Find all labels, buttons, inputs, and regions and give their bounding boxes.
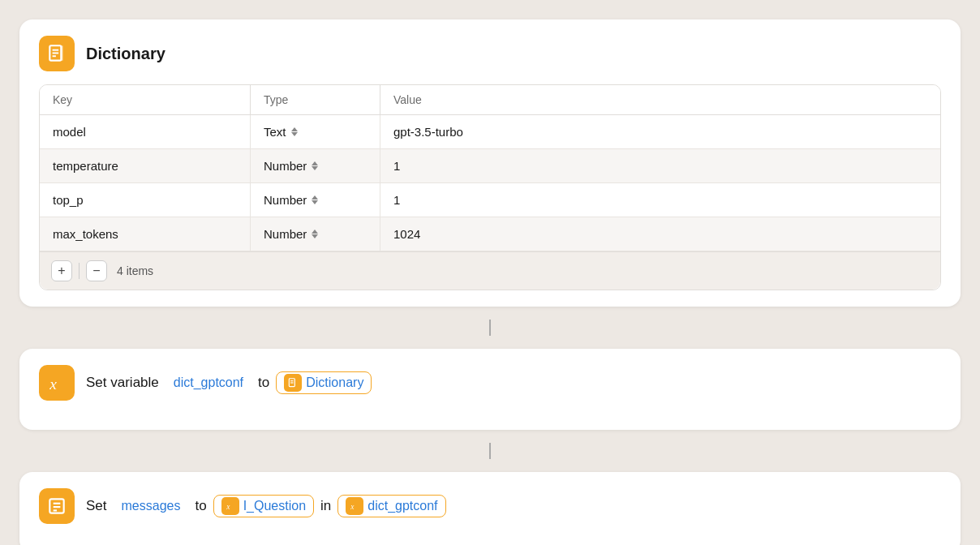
item-count: 4 items (117, 264, 153, 277)
svg-text:x: x (226, 503, 230, 511)
x-variable-icon: x (46, 372, 67, 393)
dictionary-card: Dictionary Key Type Value model Text gpt… (19, 19, 961, 307)
table-row: max_tokens Number 1024 (40, 217, 940, 251)
set-variable-icon-box: x (39, 365, 75, 401)
footer-divider (79, 263, 80, 279)
svg-text:x: x (49, 375, 57, 393)
set-messages-card: Set messages to x I_Question in x (19, 472, 961, 545)
th-type: Type (251, 85, 380, 114)
connector-line (489, 320, 491, 336)
card3-header: Set messages to x I_Question in x (39, 488, 941, 524)
set-messages-icon-box (39, 488, 75, 524)
td-type-model: Text (251, 115, 380, 148)
dictionary-icon-box (39, 36, 75, 71)
connector-line-2 (489, 443, 491, 459)
i-question-badge[interactable]: x I_Question (213, 495, 314, 517)
td-value-max_tokens: 1024 (380, 217, 940, 251)
td-value-top_p: 1 (380, 183, 940, 217)
value-icon-box (284, 374, 302, 392)
value-badge[interactable]: Dictionary (276, 371, 372, 394)
table-row: model Text gpt-3.5-turbo (40, 115, 940, 149)
td-type-top_p: Number (251, 183, 380, 217)
card1-title: Dictionary (86, 45, 165, 63)
dictionary-table: Key Type Value model Text gpt-3.5-turbo … (39, 84, 941, 290)
td-key-model: model (40, 115, 251, 148)
i-question-x-icon: x (225, 500, 236, 512)
card2-header: x Set variable dict_gptconf to Dictionar… (39, 365, 941, 401)
messages-icon (46, 496, 67, 517)
table-row: top_p Number 1 (40, 183, 940, 217)
to-label: to (258, 375, 269, 391)
dict-x-icon: x (349, 500, 360, 512)
type-sorter-top_p[interactable] (312, 195, 318, 204)
td-type-max_tokens: Number (251, 217, 380, 251)
td-key-max_tokens: max_tokens (40, 217, 251, 251)
th-value: Value (380, 85, 940, 114)
to-label-3: to (195, 498, 206, 514)
add-row-button[interactable]: + (51, 260, 72, 281)
svg-rect-4 (60, 45, 62, 60)
type-sorter-temperature[interactable] (312, 161, 318, 170)
td-key-temperature: temperature (40, 149, 251, 182)
card1-header: Dictionary (39, 36, 941, 71)
set-variable-card: x Set variable dict_gptconf to Dictionar… (19, 349, 961, 430)
remove-row-button[interactable]: − (86, 260, 107, 281)
i-question-icon-box: x (221, 497, 239, 515)
set-label: Set variable (86, 375, 159, 391)
variable-name-badge[interactable]: dict_gptconf (165, 373, 251, 393)
svg-text:x: x (350, 503, 355, 511)
book-icon (46, 43, 67, 64)
type-sorter-max_tokens[interactable] (312, 230, 318, 238)
dict-icon-box: x (346, 497, 363, 515)
in-label: in (320, 498, 331, 514)
table-row: temperature Number 1 (40, 149, 940, 183)
card3-body: Set messages to x I_Question in x (86, 490, 446, 522)
type-sorter-model[interactable] (291, 127, 298, 136)
messages-variable-badge[interactable]: messages (114, 496, 189, 516)
dict-gptconf-badge[interactable]: x dict_gptconf (337, 495, 445, 517)
td-value-temperature: 1 (380, 149, 940, 182)
card2-body: Set variable dict_gptconf to Dictionary (86, 367, 372, 399)
td-value-model: gpt-3.5-turbo (380, 115, 940, 148)
td-key-top_p: top_p (40, 183, 251, 217)
value-book-icon (287, 377, 299, 388)
table-footer: + − 4 items (40, 251, 940, 290)
th-key: Key (40, 85, 251, 114)
set-label-3: Set (86, 498, 107, 514)
table-header: Key Type Value (40, 85, 940, 115)
td-type-temperature: Number (251, 149, 380, 182)
